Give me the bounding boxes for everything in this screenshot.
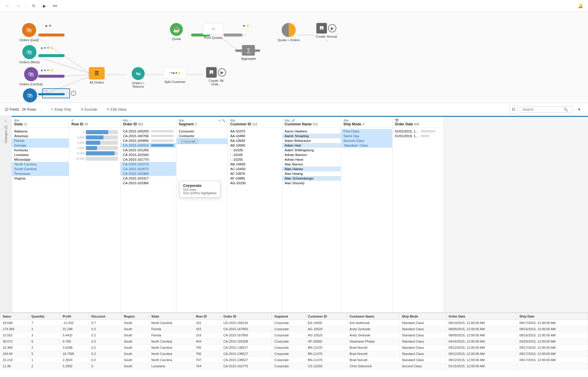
refresh-button[interactable]: ↻ [30, 2, 38, 10]
cn-v11[interactable]: Alan Schoenberger [282, 176, 341, 181]
cid-v5[interactable]: I-10105 [228, 148, 282, 152]
cid-v8[interactable]: AB-10600 [228, 162, 282, 167]
sm-v3[interactable]: Second Class [341, 138, 392, 143]
side-panel-chevron[interactable]: › [5, 119, 6, 123]
order-id-v12[interactable]: CA-2015-103366 [121, 181, 176, 185]
order-date-count: 604 [414, 123, 419, 126]
node-orders-west[interactable]: 🛍 Orders (West) [19, 45, 40, 64]
node-split-customer[interactable]: ▿👁▶✚⭐ Split Customer [163, 67, 187, 84]
grid-view-button[interactable]: ☷ [509, 105, 517, 114]
state-value-kentucky[interactable]: Kentucky [12, 148, 69, 152]
cn-v2[interactable]: Aaron Smayling [282, 134, 341, 138]
state-value-mississippi[interactable]: Mississippi [12, 157, 69, 162]
sm-v4[interactable]: Standard Class [341, 143, 392, 148]
ship-mode-header: Abc Ship Mode 4 [341, 116, 392, 128]
cn-v12[interactable]: Alan Shonely [282, 181, 341, 185]
table-cell: Brad Norvell [347, 357, 399, 363]
state-value-arkansas[interactable]: Arkansas [12, 134, 69, 138]
order-id-v4[interactable]: CA-2015-100916 [121, 143, 176, 148]
node-create-annual[interactable]: 🖪 ▶ Create 'Annual ... [315, 23, 338, 42]
search-input[interactable] [522, 107, 564, 112]
state-value-louisiana[interactable]: Louisiana [12, 152, 69, 157]
edit-value-button[interactable]: ✎ Edit Value [104, 106, 129, 113]
state-value-alabama[interactable]: Alabama [12, 129, 69, 134]
segment-search-icon[interactable]: 🔍 [222, 119, 225, 122]
cn-v9[interactable]: Alan Haines [282, 167, 341, 171]
play-button[interactable]: ▶ [40, 2, 49, 10]
cn-v3[interactable]: Adam Bellavance [282, 138, 341, 143]
segment-consumer[interactable]: Consumer [176, 129, 228, 134]
state-value-southcarolina[interactable]: South Carolina [12, 167, 69, 171]
order-id-v3[interactable]: CA-2015-100895 [121, 138, 176, 143]
state-value-northcarolina[interactable]: North Carolina [12, 162, 69, 167]
state-value-georgia[interactable]: Georgia [12, 143, 69, 148]
cn-v5[interactable]: Adam Shillingsburg [282, 148, 341, 152]
sm-v1[interactable]: First Class [341, 129, 392, 134]
node-orders-east[interactable]: 🛍 Orders (East) [19, 23, 39, 42]
back-button[interactable]: ← [4, 2, 12, 10]
th-order-id: Order ID [221, 313, 272, 320]
dropdown-arrow-button[interactable]: ▼ [575, 105, 583, 114]
state-value-tennessee[interactable]: Tennessee [12, 171, 69, 176]
table-cell: CA-2015-167850 [221, 326, 272, 332]
node-aggregate[interactable]: ∑ Aggregate [241, 45, 256, 60]
table-cell: 316 [193, 332, 221, 338]
segment-contractor[interactable]: Contractor [176, 134, 228, 138]
order-id-v8[interactable]: CA-2015-102274 [121, 162, 176, 167]
node-orders-central[interactable]: 🛍 Orders (Central) [19, 67, 43, 86]
cid-v9[interactable]: AC-10450 [228, 167, 282, 171]
cid-v12[interactable]: AG-10330 [228, 181, 282, 185]
cn-v7[interactable]: Adrian Hane [282, 157, 341, 162]
orders-west-label: Orders (West) [19, 60, 40, 64]
node-orders-returns[interactable]: ⇋ Orders + Returns [126, 67, 150, 88]
cid-v4[interactable]: AB-10060 [228, 143, 282, 148]
cid-v11[interactable]: AF-10885 [228, 176, 282, 181]
node-create-all-orde[interactable]: 🖪 ▶ Create 'All Orde... [204, 67, 228, 86]
order-id-v5[interactable]: CA-2015-101266 [121, 148, 176, 152]
forward-button[interactable]: → [14, 2, 22, 10]
cid-v7[interactable]: I-10255 [228, 157, 282, 162]
order-id-v6[interactable]: CA-2015-101560 [121, 152, 176, 157]
segment-corporate[interactable]: Corporate [176, 138, 228, 144]
search-icon: 🔍 [564, 107, 568, 112]
more-button[interactable]: ••• [51, 2, 59, 10]
order-id-v7[interactable]: CA-2015-101770 [121, 157, 176, 162]
segment-sort-icon[interactable]: ≡ [219, 119, 220, 122]
cn-v10[interactable]: Alan Hwang [282, 171, 341, 176]
node-quota-orders[interactable]: Quota + Orders [278, 23, 300, 42]
order-id-v1[interactable]: CA-2015-100293 [121, 129, 176, 134]
order-id-v10[interactable]: CA-2015-102988 [121, 171, 176, 176]
order-id-v11[interactable]: CA-2015-103317 [121, 176, 176, 181]
cid-v6[interactable]: I-10165 [228, 152, 282, 157]
table-body: 18.6487-12.4320.7SouthNorth Carolina231U… [0, 320, 588, 369]
keep-only-button[interactable]: ✓ Keep Only [48, 106, 74, 113]
table-cell: SP-20650 [305, 338, 347, 345]
table-cell: 179.384 [0, 326, 29, 332]
bell-button[interactable]: 🔔 [576, 2, 584, 10]
order-id-v9[interactable]: CA-2015-102673 [121, 167, 176, 171]
od-v1[interactable]: 01/01/2015, 1... [392, 129, 444, 134]
sm-v2[interactable]: Same Day [341, 134, 392, 138]
add-step-button[interactable]: + [71, 91, 76, 96]
od-v2[interactable]: 01/01/2019, 1... [392, 134, 444, 138]
cid-v10[interactable]: AF-10870 [228, 171, 282, 176]
table-cell: 09/12/2015, 12:00:00 AM [446, 357, 517, 363]
cn-v8[interactable]: Alan Barnes [282, 162, 341, 167]
cn-v1[interactable]: Aaron Hawkins [282, 129, 341, 134]
node-all-orders[interactable]: ☰ All Orders [89, 67, 105, 84]
cn-v6[interactable]: Adrian Bartson [282, 152, 341, 157]
order-id-v2[interactable]: CA-2015-100706 [121, 134, 176, 138]
west-pipe-icons: ▶✚👁⭐ [41, 46, 53, 49]
state-value-florida[interactable]: Florida [12, 138, 69, 143]
node-orders-south[interactable]: 🛍 Orders (South) [19, 88, 41, 103]
state-value-virginia[interactable]: Virginia [12, 176, 69, 181]
cn-v4[interactable]: Adam Hart [282, 143, 341, 148]
node-quota[interactable]: ☕ Quota [170, 23, 183, 41]
south-filter-selected[interactable]: ▿ ✏ [42, 88, 70, 98]
cid-v3[interactable]: AA-10645 [228, 138, 282, 143]
cid-v1[interactable]: AA-10375 [228, 129, 282, 134]
svg-line-15 [222, 38, 244, 55]
node-pivot-quotas[interactable]: ∹ Pivot Quotas [203, 23, 223, 39]
cid-v2[interactable]: AA-10480 [228, 134, 282, 138]
exclude-button[interactable]: ✕ Exclude [78, 106, 100, 113]
